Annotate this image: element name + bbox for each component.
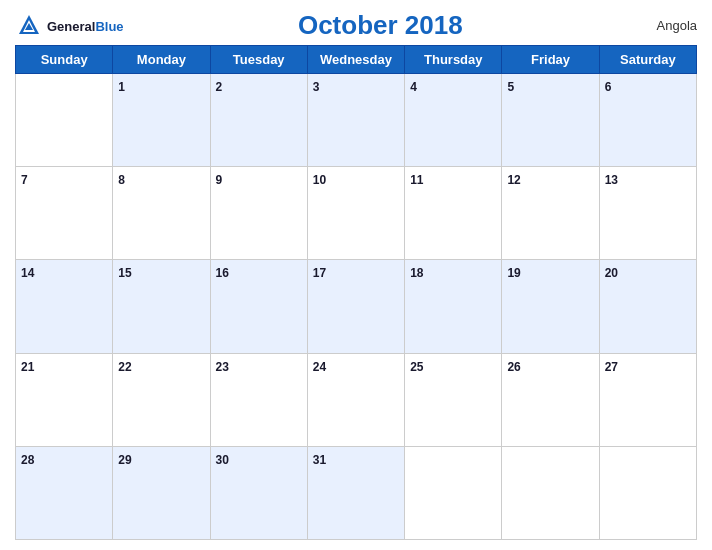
calendar-cell: 30	[210, 446, 307, 539]
day-number: 4	[410, 80, 417, 94]
calendar-cell: 10	[307, 167, 404, 260]
calendar-cell: 28	[16, 446, 113, 539]
logo: GeneralBlue	[15, 12, 124, 40]
calendar-cell: 23	[210, 353, 307, 446]
calendar-cell: 1	[113, 74, 210, 167]
calendar-title: October 2018	[124, 10, 637, 41]
calendar-cell: 3	[307, 74, 404, 167]
calendar-cell	[16, 74, 113, 167]
day-number: 21	[21, 360, 34, 374]
day-number: 25	[410, 360, 423, 374]
header-saturday: Saturday	[599, 46, 696, 74]
calendar-cell: 8	[113, 167, 210, 260]
calendar-cell: 12	[502, 167, 599, 260]
header-sunday: Sunday	[16, 46, 113, 74]
day-number: 16	[216, 266, 229, 280]
calendar-cell	[502, 446, 599, 539]
day-number: 1	[118, 80, 125, 94]
calendar-cell: 14	[16, 260, 113, 353]
day-number: 5	[507, 80, 514, 94]
day-number: 18	[410, 266, 423, 280]
day-number: 7	[21, 173, 28, 187]
calendar-week-row: 28293031	[16, 446, 697, 539]
calendar-week-row: 123456	[16, 74, 697, 167]
weekday-header-row: Sunday Monday Tuesday Wednesday Thursday…	[16, 46, 697, 74]
day-number: 30	[216, 453, 229, 467]
calendar-cell: 6	[599, 74, 696, 167]
calendar-table: Sunday Monday Tuesday Wednesday Thursday…	[15, 45, 697, 540]
day-number: 14	[21, 266, 34, 280]
calendar-cell: 4	[405, 74, 502, 167]
calendar-cell: 21	[16, 353, 113, 446]
page-header: GeneralBlue October 2018 Angola	[15, 10, 697, 41]
calendar-cell: 25	[405, 353, 502, 446]
day-number: 22	[118, 360, 131, 374]
day-number: 8	[118, 173, 125, 187]
day-number: 29	[118, 453, 131, 467]
day-number: 12	[507, 173, 520, 187]
country-label: Angola	[637, 18, 697, 33]
day-number: 3	[313, 80, 320, 94]
calendar-cell: 5	[502, 74, 599, 167]
header-monday: Monday	[113, 46, 210, 74]
calendar-week-row: 78910111213	[16, 167, 697, 260]
day-number: 9	[216, 173, 223, 187]
day-number: 11	[410, 173, 423, 187]
calendar-cell: 22	[113, 353, 210, 446]
day-number: 27	[605, 360, 618, 374]
calendar-cell: 24	[307, 353, 404, 446]
calendar-week-row: 21222324252627	[16, 353, 697, 446]
calendar-cell: 27	[599, 353, 696, 446]
day-number: 17	[313, 266, 326, 280]
day-number: 20	[605, 266, 618, 280]
day-number: 26	[507, 360, 520, 374]
calendar-cell: 19	[502, 260, 599, 353]
day-number: 23	[216, 360, 229, 374]
header-thursday: Thursday	[405, 46, 502, 74]
calendar-cell: 31	[307, 446, 404, 539]
day-number: 10	[313, 173, 326, 187]
calendar-cell: 7	[16, 167, 113, 260]
day-number: 19	[507, 266, 520, 280]
logo-icon	[15, 12, 43, 40]
calendar-cell: 2	[210, 74, 307, 167]
header-tuesday: Tuesday	[210, 46, 307, 74]
header-friday: Friday	[502, 46, 599, 74]
logo-text: GeneralBlue	[47, 17, 124, 35]
day-number: 24	[313, 360, 326, 374]
day-number: 2	[216, 80, 223, 94]
calendar-cell	[405, 446, 502, 539]
calendar-cell	[599, 446, 696, 539]
day-number: 15	[118, 266, 131, 280]
day-number: 13	[605, 173, 618, 187]
day-number: 28	[21, 453, 34, 467]
calendar-cell: 20	[599, 260, 696, 353]
header-wednesday: Wednesday	[307, 46, 404, 74]
calendar-cell: 26	[502, 353, 599, 446]
calendar-cell: 15	[113, 260, 210, 353]
calendar-cell: 18	[405, 260, 502, 353]
calendar-cell: 11	[405, 167, 502, 260]
calendar-cell: 13	[599, 167, 696, 260]
calendar-cell: 9	[210, 167, 307, 260]
calendar-cell: 16	[210, 260, 307, 353]
day-number: 6	[605, 80, 612, 94]
calendar-cell: 29	[113, 446, 210, 539]
calendar-cell: 17	[307, 260, 404, 353]
day-number: 31	[313, 453, 326, 467]
calendar-week-row: 14151617181920	[16, 260, 697, 353]
